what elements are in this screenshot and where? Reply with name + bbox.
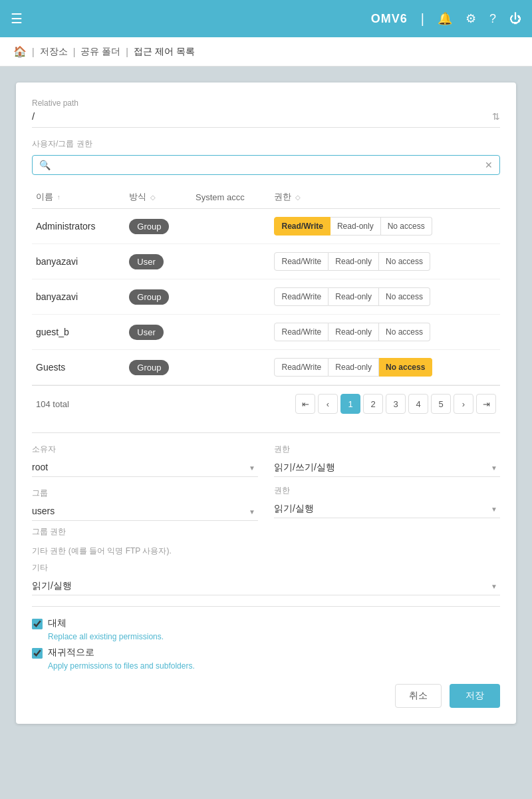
perm-no-access-btn[interactable]: No access: [379, 287, 430, 306]
perm-no-access-btn[interactable]: No access: [379, 323, 430, 341]
perm-read-write-btn[interactable]: Read/Write: [274, 287, 329, 306]
owner-perm-label: 권한: [274, 444, 500, 455]
help-icon[interactable]: ?: [489, 12, 496, 26]
page-2-btn[interactable]: 2: [363, 394, 383, 414]
clear-search-icon[interactable]: ✕: [485, 160, 493, 170]
row-type: Group: [125, 209, 192, 244]
perm-read-write-btn[interactable]: Read/Write: [274, 323, 329, 341]
breadcrumb-sep-3: |: [126, 47, 128, 57]
perm-read-write-btn[interactable]: Read/Write: [274, 217, 330, 236]
nav-divider: |: [421, 11, 424, 27]
table-row: banyazavi Group Read/Write Read-only No …: [32, 279, 500, 315]
recursive-desc: Apply permissions to files and subfolder…: [48, 661, 500, 671]
page-4-btn[interactable]: 4: [408, 394, 428, 414]
save-button[interactable]: 저장: [450, 684, 500, 708]
home-icon[interactable]: 🏠: [13, 45, 27, 58]
breadcrumb-storage[interactable]: 저장소: [40, 46, 68, 58]
recursive-label[interactable]: 재귀적으로: [48, 647, 94, 659]
table-row: Guests Group Read/Write Read-only No acc…: [32, 350, 500, 385]
row-system-accc: [192, 244, 270, 279]
group-perm-section-label: 그룹 권한: [32, 526, 500, 538]
perm-no-access-btn[interactable]: No access: [379, 358, 432, 377]
group-sublabel: 그룹: [32, 488, 258, 499]
row-perm-buttons: Read/Write Read-only No access: [270, 209, 500, 244]
perm-no-access-btn[interactable]: No access: [379, 252, 430, 271]
row-perm-buttons: Read/Write Read-only No access: [270, 279, 500, 315]
replace-checkbox[interactable]: [32, 619, 43, 629]
nav-right: OMV6 | 🔔 ⚙ ? ⏻: [371, 11, 521, 27]
col-name[interactable]: 이름 ↑: [32, 186, 125, 209]
group-perm-select[interactable]: 읽기/실행 읽기/쓰기/실행 읽기만 없음: [274, 499, 500, 518]
other-perm-select-wrapper: 읽기/실행 읽기/쓰기/실행 읽기만 없음: [32, 576, 500, 595]
breadcrumb: 🏠 | 저장소 | 공유 폴더 | 접근 제어 목록: [0, 37, 532, 67]
checkbox-section: 대체 Replace all existing permissions. 재귀적…: [32, 617, 500, 671]
perm-read-write-btn[interactable]: Read/Write: [274, 252, 329, 271]
checkbox-divider: [32, 606, 500, 607]
main-content: Relative path / ⇅ 사용자/그룹 권한 🔍 ✕ 이름 ↑ 방식 …: [0, 67, 532, 740]
row-name: Administrators: [32, 209, 125, 244]
row-system-accc: [192, 315, 270, 350]
bell-icon[interactable]: 🔔: [438, 11, 452, 26]
top-navigation: ☰ OMV6 | 🔔 ⚙ ? ⏻: [0, 0, 532, 37]
breadcrumb-acl: 접근 제어 목록: [134, 46, 195, 58]
group-select[interactable]: users: [32, 502, 258, 521]
breadcrumb-sep-1: |: [32, 47, 35, 57]
pagination: 104 total ⇤ ‹ 1 2 3 4 5 › ⇥: [32, 385, 500, 422]
relative-path-label: Relative path: [32, 98, 500, 108]
col-system-accc: System accc: [192, 186, 270, 209]
row-system-accc: [192, 350, 270, 385]
owner-select-wrapper: root: [32, 458, 258, 477]
page-last-btn[interactable]: ⇥: [476, 394, 496, 414]
row-system-accc: [192, 279, 270, 315]
hamburger-menu-icon[interactable]: ☰: [11, 11, 23, 27]
replace-label[interactable]: 대체: [48, 617, 66, 629]
recursive-checkbox-item: 재귀적으로: [32, 647, 500, 659]
page-3-btn[interactable]: 3: [386, 394, 406, 414]
page-first-btn[interactable]: ⇤: [295, 394, 315, 414]
owner-label: 소유자: [32, 444, 258, 455]
perm-read-only-btn[interactable]: Read-only: [329, 358, 379, 377]
page-1-btn[interactable]: 1: [340, 394, 360, 414]
replace-checkbox-item: 대체: [32, 617, 500, 629]
page-prev-btn[interactable]: ‹: [318, 394, 338, 414]
search-bar: 🔍 ✕: [32, 155, 500, 175]
relative-path-text: /: [32, 110, 35, 122]
cancel-button[interactable]: 취소: [395, 684, 442, 708]
table-row: banyazavi User Read/Write Read-only No a…: [32, 244, 500, 279]
row-type: Group: [125, 350, 192, 385]
pagination-controls: ⇤ ‹ 1 2 3 4 5 › ⇥: [295, 394, 496, 414]
path-sort-icon[interactable]: ⇅: [492, 111, 500, 122]
replace-desc: Replace all existing permissions.: [48, 632, 500, 641]
owner-perm-select[interactable]: 읽기/쓰기/실행 읽기/실행 읽기만 없음: [274, 458, 500, 477]
other-perm-select[interactable]: 읽기/실행 읽기/쓰기/실행 읽기만 없음: [32, 576, 500, 595]
perm-read-only-btn[interactable]: Read-only: [331, 217, 381, 236]
breadcrumb-shared-folder[interactable]: 공유 폴더: [80, 46, 120, 58]
perm-read-only-btn[interactable]: Read-only: [329, 323, 379, 341]
power-icon[interactable]: ⏻: [509, 12, 521, 26]
perm-read-only-btn[interactable]: Read-only: [329, 287, 379, 306]
col-permission[interactable]: 권한 ◇: [270, 186, 500, 209]
row-name: Guests: [32, 350, 125, 385]
group-perm-label: 권한: [274, 485, 500, 496]
perm-read-write-btn[interactable]: Read/Write: [274, 358, 329, 377]
owner-select[interactable]: root: [32, 458, 258, 477]
col-method[interactable]: 방식 ◇: [125, 186, 192, 209]
perm-read-only-btn[interactable]: Read-only: [329, 252, 379, 271]
table-row: Administrators Group Read/Write Read-onl…: [32, 209, 500, 244]
row-system-accc: [192, 209, 270, 244]
row-type: User: [125, 244, 192, 279]
search-input[interactable]: [56, 160, 479, 170]
recursive-checkbox[interactable]: [32, 648, 43, 659]
page-next-btn[interactable]: ›: [454, 394, 473, 414]
breadcrumb-sep-2: |: [73, 47, 76, 57]
group-perm-field: 권한 읽기/실행 읽기/쓰기/실행 읽기만 없음: [274, 485, 500, 521]
row-name: banyazavi: [32, 279, 125, 315]
row-perm-buttons: Read/Write Read-only No access: [270, 350, 500, 385]
nav-left: ☰: [11, 11, 23, 27]
row-perm-buttons: Read/Write Read-only No access: [270, 244, 500, 279]
acl-table: 이름 ↑ 방식 ◇ System accc 권한 ◇ Administrator…: [32, 186, 500, 385]
gear-icon[interactable]: ⚙: [466, 11, 476, 26]
perm-no-access-btn[interactable]: No access: [381, 217, 432, 236]
page-5-btn[interactable]: 5: [431, 394, 451, 414]
action-buttons: 취소 저장: [32, 684, 500, 708]
